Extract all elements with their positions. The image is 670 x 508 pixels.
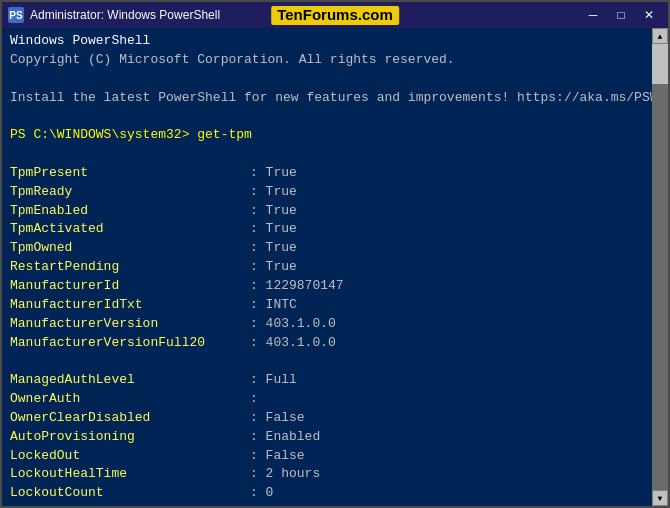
tpm-sep: :	[250, 447, 266, 466]
tpm-sep: :	[250, 371, 266, 390]
tpm-row: LockoutMax : 32	[10, 503, 644, 506]
terminal-blank	[10, 352, 644, 371]
tpm-key: TpmPresent	[10, 164, 250, 183]
minimize-button[interactable]: ─	[580, 6, 606, 24]
tpm-row: LockedOut : False	[10, 447, 644, 466]
tpm-val: INTC	[266, 296, 297, 315]
close-button[interactable]: ✕	[636, 6, 662, 24]
tpm-sep: :	[250, 465, 266, 484]
tpm-sep: :	[250, 296, 266, 315]
tpm-sep: :	[250, 315, 266, 334]
tpm-val: True	[266, 202, 297, 221]
tpm-val: True	[266, 183, 297, 202]
tpm-sep: :	[250, 258, 266, 277]
main-window: PS Administrator: Windows PowerShell Ten…	[0, 0, 670, 508]
tpm-key: LockoutHealTime	[10, 465, 250, 484]
tpm-val: Enabled	[266, 428, 321, 447]
title-bar: PS Administrator: Windows PowerShell Ten…	[2, 2, 668, 28]
tpm-sep: :	[250, 503, 266, 506]
tpm-row: TpmPresent : True	[10, 164, 644, 183]
tpm-sep: :	[250, 202, 266, 221]
tpm-key: TpmReady	[10, 183, 250, 202]
tpm-key: OwnerAuth	[10, 390, 250, 409]
tpm-sep: :	[250, 277, 266, 296]
tpm-row: RestartPending : True	[10, 258, 644, 277]
tpm-output-group2: ManagedAuthLevel : Full OwnerAuth : Owne…	[10, 371, 644, 506]
title-bar-left: PS Administrator: Windows PowerShell	[8, 7, 220, 23]
watermark-text: TenForums.com	[277, 6, 393, 23]
terminal-blank	[10, 107, 644, 126]
tpm-val: 403.1.0.0	[266, 334, 336, 353]
tpm-row: TpmActivated : True	[10, 220, 644, 239]
tpm-key: ManagedAuthLevel	[10, 371, 250, 390]
tpm-row: LockoutHealTime : 2 hours	[10, 465, 644, 484]
tpm-sep: :	[250, 390, 266, 409]
app-icon: PS	[8, 7, 24, 23]
tpm-val: 1229870147	[266, 277, 344, 296]
window-title: Administrator: Windows PowerShell	[30, 8, 220, 22]
tpm-val: 2 hours	[266, 465, 321, 484]
tpm-val: True	[266, 258, 297, 277]
tpm-row: LockoutCount : 0	[10, 484, 644, 503]
tpm-key: TpmEnabled	[10, 202, 250, 221]
tpm-row: ManufacturerVersionFull20 : 403.1.0.0	[10, 334, 644, 353]
tpm-val: True	[266, 220, 297, 239]
tpm-row: TpmOwned : True	[10, 239, 644, 258]
scrollbar-track[interactable]	[652, 44, 668, 490]
tpm-key: ManufacturerId	[10, 277, 250, 296]
tpm-row: ManufacturerVersion : 403.1.0.0	[10, 315, 644, 334]
tpm-sep: :	[250, 409, 266, 428]
tpm-output-group1: TpmPresent : True TpmReady : True TpmEna…	[10, 164, 644, 352]
tpm-key: ManufacturerVersion	[10, 315, 250, 334]
tpm-row: ManagedAuthLevel : Full	[10, 371, 644, 390]
tpm-sep: :	[250, 239, 266, 258]
content-area: Windows PowerShell Copyright (C) Microso…	[2, 28, 668, 506]
tpm-key: TpmOwned	[10, 239, 250, 258]
scroll-down-button[interactable]: ▼	[652, 490, 668, 506]
tpm-key: LockedOut	[10, 447, 250, 466]
terminal-output[interactable]: Windows PowerShell Copyright (C) Microso…	[2, 28, 652, 506]
tpm-sep: :	[250, 220, 266, 239]
tpm-sep: :	[250, 183, 266, 202]
maximize-button[interactable]: □	[608, 6, 634, 24]
tpm-key: OwnerClearDisabled	[10, 409, 250, 428]
tpm-sep: :	[250, 484, 266, 503]
terminal-blank	[10, 145, 644, 164]
tpm-key: AutoProvisioning	[10, 428, 250, 447]
tpm-key: ManufacturerIdTxt	[10, 296, 250, 315]
tpm-row: TpmEnabled : True	[10, 202, 644, 221]
terminal-line: Copyright (C) Microsoft Corporation. All…	[10, 51, 644, 70]
scrollbar-thumb[interactable]	[652, 44, 668, 84]
tpm-row: AutoProvisioning : Enabled	[10, 428, 644, 447]
tpm-val: 32	[266, 503, 282, 506]
tpm-sep: :	[250, 164, 266, 183]
tpm-key: TpmActivated	[10, 220, 250, 239]
tpm-val: False	[266, 447, 305, 466]
tpm-key: LockoutCount	[10, 484, 250, 503]
tpm-row: OwnerAuth :	[10, 390, 644, 409]
scroll-up-button[interactable]: ▲	[652, 28, 668, 44]
tpm-row: ManufacturerId : 1229870147	[10, 277, 644, 296]
tpm-row: OwnerClearDisabled : False	[10, 409, 644, 428]
terminal-prompt: PS C:\WINDOWS\system32> get-tpm	[10, 126, 644, 145]
tpm-val: False	[266, 409, 305, 428]
terminal-blank	[10, 70, 644, 89]
tpm-row: TpmReady : True	[10, 183, 644, 202]
tpm-sep: :	[250, 334, 266, 353]
terminal-line: Install the latest PowerShell for new fe…	[10, 89, 644, 108]
terminal-line: Windows PowerShell	[10, 32, 644, 51]
tpm-val: True	[266, 239, 297, 258]
tpm-key: LockoutMax	[10, 503, 250, 506]
vertical-scrollbar[interactable]: ▲ ▼	[652, 28, 668, 506]
tpm-val: 403.1.0.0	[266, 315, 336, 334]
tpm-val: Full	[266, 371, 297, 390]
tpm-row: ManufacturerIdTxt : INTC	[10, 296, 644, 315]
tpm-val: 0	[266, 484, 274, 503]
tpm-key: ManufacturerVersionFull20	[10, 334, 250, 353]
tpm-sep: :	[250, 428, 266, 447]
tpm-val: True	[266, 164, 297, 183]
tpm-key: RestartPending	[10, 258, 250, 277]
window-controls: ─ □ ✕	[580, 6, 662, 24]
